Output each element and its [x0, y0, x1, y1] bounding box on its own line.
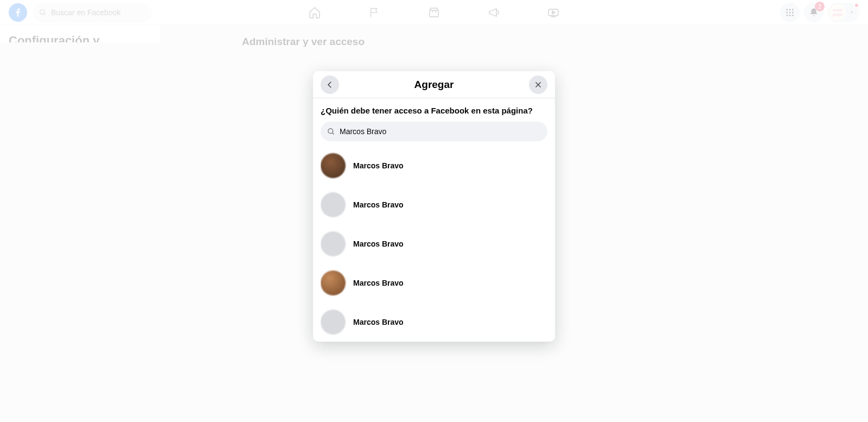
- back-button[interactable]: [321, 75, 339, 94]
- search-icon: [327, 128, 335, 136]
- search-result-item[interactable]: Marcos Bravo: [321, 150, 545, 189]
- result-avatar: [321, 153, 346, 178]
- result-avatar: [321, 270, 346, 295]
- svg-line-36: [332, 133, 334, 134]
- search-result-item[interactable]: Marcos Bravo: [321, 228, 545, 267]
- close-button[interactable]: [529, 75, 547, 94]
- search-result-item[interactable]: Marcos Bravo: [321, 306, 545, 336]
- modal-search-input[interactable]: [340, 127, 541, 136]
- modal-header: Agregar: [313, 71, 555, 98]
- modal-title: Agregar: [414, 79, 454, 91]
- result-name: Marcos Bravo: [353, 318, 404, 326]
- result-avatar: [321, 231, 346, 256]
- result-avatar: [321, 192, 346, 217]
- close-icon: [533, 80, 543, 90]
- result-name: Marcos Bravo: [353, 279, 404, 287]
- search-result-item[interactable]: Marcos Bravo: [321, 267, 545, 306]
- result-avatar: [321, 310, 346, 335]
- add-access-modal: Agregar ¿Quién debe tener acceso a Faceb…: [313, 71, 555, 342]
- svg-point-35: [328, 128, 333, 133]
- result-name: Marcos Bravo: [353, 240, 404, 248]
- modal-body: ¿Quién debe tener acceso a Facebook en e…: [313, 98, 555, 342]
- result-name: Marcos Bravo: [353, 161, 404, 170]
- modal-search[interactable]: [321, 122, 547, 141]
- modal-question: ¿Quién debe tener acceso a Facebook en e…: [321, 106, 547, 115]
- search-results: Marcos Bravo Marcos Bravo Marcos Bravo M…: [321, 150, 547, 336]
- search-result-item[interactable]: Marcos Bravo: [321, 189, 545, 228]
- result-name: Marcos Bravo: [353, 200, 404, 209]
- arrow-left-icon: [325, 80, 335, 90]
